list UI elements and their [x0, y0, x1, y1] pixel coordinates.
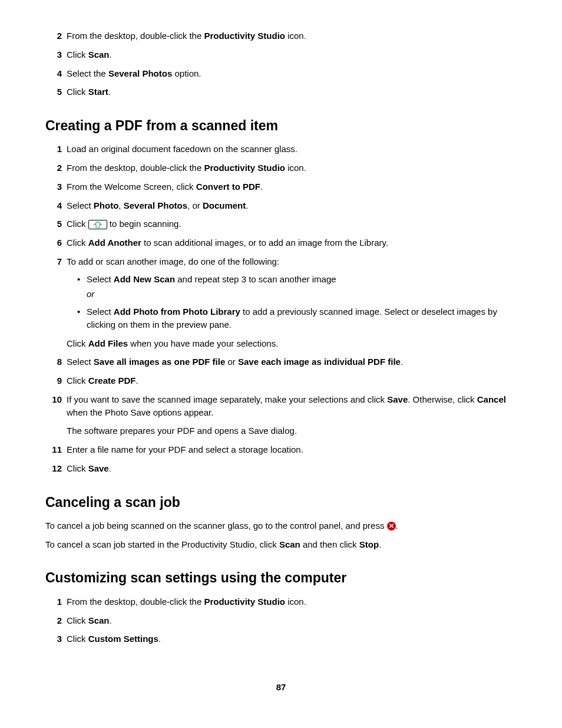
step-text: Click Scan.	[67, 614, 517, 627]
creating-pdf-steps: 1 Load an original document facedown on …	[45, 143, 517, 475]
step-item: 9 Click Create PDF.	[45, 374, 517, 387]
cancel-paragraph-2: To cancel a scan job started in the Prod…	[45, 538, 517, 551]
step-number: 5	[45, 85, 67, 98]
step-item: 6 Click Add Another to scan additional i…	[45, 236, 517, 249]
step-text: Click Add Another to scan additional ima…	[67, 236, 517, 249]
step-number: 9	[45, 374, 67, 387]
step-item: 3 From the Welcome Screen, click Convert…	[45, 180, 517, 193]
step-text: If you want to save the scanned image se…	[67, 393, 517, 437]
step-text: Click Create PDF.	[67, 374, 517, 387]
step-item: 3 Click Scan.	[45, 48, 517, 61]
step-text: Click to begin scanning.	[67, 218, 517, 230]
step-item: 4 Select Photo, Several Photos, or Docum…	[45, 199, 517, 212]
followup-text: Click Add Files when you have made your …	[67, 337, 517, 350]
step-item: 2 Click Scan.	[45, 614, 517, 627]
step-text: Click Start.	[67, 85, 517, 98]
step-text: Click Scan.	[67, 48, 517, 61]
step-item: 5 Click to begin scanning.	[45, 218, 517, 230]
step-number: 12	[45, 462, 67, 475]
scan-start-icon	[88, 220, 107, 229]
cancel-paragraph-1: To cancel a job being scanned on the sca…	[45, 519, 517, 532]
heading-canceling-scan: Canceling a scan job	[45, 493, 517, 512]
step-item: 3 Click Custom Settings.	[45, 633, 517, 645]
step-text: Click Save.	[67, 462, 517, 475]
substeps: Select Add New Scan and repeat step 3 to…	[77, 273, 517, 331]
step-number: 7	[45, 255, 67, 268]
step-item: 1 From the desktop, double-click the Pro…	[45, 595, 517, 608]
step-text: Click Custom Settings.	[67, 633, 517, 645]
step-item: 2 From the desktop, double-click the Pro…	[45, 162, 517, 174]
step-number: 3	[45, 633, 67, 645]
step-number: 2	[45, 614, 67, 627]
step-text: From the desktop, double-click the Produ…	[67, 595, 517, 608]
step-number: 6	[45, 236, 67, 249]
step-number: 5	[45, 218, 67, 230]
heading-customizing-scan: Customizing scan settings using the comp…	[45, 568, 517, 588]
step-item: 10 If you want to save the scanned image…	[45, 393, 517, 437]
step-number: 10	[45, 393, 67, 406]
step-number: 1	[45, 143, 67, 156]
step-item: 7 To add or scan another image, do one o…	[45, 255, 517, 350]
step-text: Select Photo, Several Photos, or Documen…	[67, 199, 517, 212]
or-text: or	[87, 288, 517, 301]
step-item: 4 Select the Several Photos option.	[45, 67, 517, 80]
heading-creating-pdf: Creating a PDF from a scanned item	[45, 116, 517, 136]
followup-text: The software prepares your PDF and opens…	[67, 424, 517, 437]
substep: Select Add New Scan and repeat step 3 to…	[77, 273, 517, 301]
step-text: Load an original document facedown on th…	[67, 143, 517, 156]
step-text: From the desktop, double-click the Produ…	[67, 29, 517, 42]
step-number: 2	[45, 162, 67, 174]
step-number: 3	[45, 180, 67, 193]
svg-marker-0	[94, 222, 101, 228]
step-text: Select the Several Photos option.	[67, 67, 517, 80]
step-item: 12 Click Save.	[45, 462, 517, 475]
step-number: 8	[45, 355, 67, 368]
step-item: 8 Select Save all images as one PDF file…	[45, 355, 517, 368]
step-number: 1	[45, 595, 67, 608]
step-number: 4	[45, 67, 67, 80]
step-item: 2 From the desktop, double-click the Pro…	[45, 29, 517, 42]
step-text: To add or scan another image, do one of …	[67, 255, 517, 350]
customizing-steps: 1 From the desktop, double-click the Pro…	[45, 595, 517, 645]
cancel-icon: ✕	[387, 522, 396, 531]
step-text: Enter a file name for your PDF and selec…	[67, 443, 517, 456]
intro-steps: 2 From the desktop, double-click the Pro…	[45, 29, 517, 98]
step-number: 4	[45, 199, 67, 212]
step-text: Select Save all images as one PDF file o…	[67, 355, 517, 368]
step-item: 11 Enter a file name for your PDF and se…	[45, 443, 517, 456]
step-number: 11	[45, 443, 67, 456]
step-number: 2	[45, 29, 67, 42]
step-text: From the desktop, double-click the Produ…	[67, 162, 517, 174]
substep: Select Add Photo from Photo Library to a…	[77, 305, 517, 331]
page-number: 87	[45, 681, 517, 694]
step-number: 3	[45, 48, 67, 61]
step-item: 1 Load an original document facedown on …	[45, 143, 517, 156]
step-item: 5 Click Start.	[45, 85, 517, 98]
step-text: From the Welcome Screen, click Convert t…	[67, 180, 517, 193]
